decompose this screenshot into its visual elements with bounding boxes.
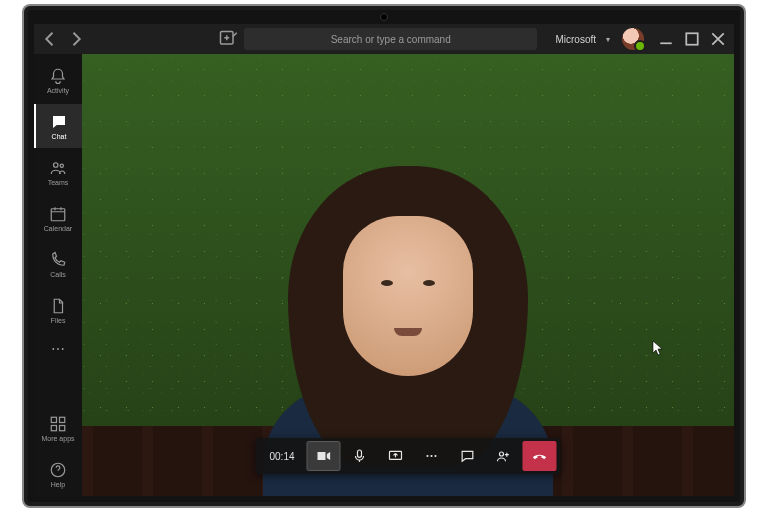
svg-rect-7 xyxy=(51,425,56,430)
nav-forward-button[interactable] xyxy=(66,29,86,49)
rail-files[interactable]: Files xyxy=(34,288,82,332)
show-chat-button[interactable] xyxy=(451,441,485,471)
rail-label: More apps xyxy=(41,435,74,442)
hang-up-button[interactable] xyxy=(523,441,557,471)
app-body: Activity Chat Teams Calendar Calls xyxy=(34,54,734,496)
nav-back-button[interactable] xyxy=(40,29,60,49)
share-screen-button[interactable] xyxy=(379,441,413,471)
chevron-down-icon: ▾ xyxy=(606,35,610,44)
maximize-button[interactable] xyxy=(682,29,702,49)
close-button[interactable] xyxy=(708,29,728,49)
rail-label: Chat xyxy=(52,133,67,140)
svg-point-15 xyxy=(500,452,504,456)
rail-activity[interactable]: Activity xyxy=(34,58,82,102)
more-actions-button[interactable] xyxy=(415,441,449,471)
rail-teams[interactable]: Teams xyxy=(34,150,82,194)
tablet-device: Search or type a command Microsoft ▾ Act… xyxy=(24,6,744,506)
svg-point-14 xyxy=(434,455,436,457)
search-placeholder: Search or type a command xyxy=(331,34,451,45)
call-timer: 00:14 xyxy=(259,451,304,462)
app-rail: Activity Chat Teams Calendar Calls xyxy=(34,54,82,496)
rail-apps[interactable]: More apps xyxy=(34,406,82,450)
org-name[interactable]: Microsoft xyxy=(555,34,596,45)
search-input[interactable]: Search or type a command xyxy=(244,28,537,50)
toggle-camera-button[interactable] xyxy=(307,441,341,471)
device-camera xyxy=(380,13,388,21)
rail-label: Calendar xyxy=(44,225,72,232)
svg-point-13 xyxy=(430,455,432,457)
rail-calls[interactable]: Calls xyxy=(34,242,82,286)
svg-rect-10 xyxy=(358,450,362,457)
svg-rect-8 xyxy=(60,425,65,430)
title-bar: Search or type a command Microsoft ▾ xyxy=(34,24,734,54)
svg-rect-4 xyxy=(51,208,65,220)
video-stage: 00:14 xyxy=(82,54,734,496)
rail-chat[interactable]: Chat xyxy=(34,104,82,148)
call-control-bar: 00:14 xyxy=(255,438,560,474)
rail-label: Teams xyxy=(48,179,69,186)
svg-rect-1 xyxy=(686,33,697,44)
rail-label: Help xyxy=(51,481,65,488)
app-screen: Search or type a command Microsoft ▾ Act… xyxy=(34,24,734,496)
rail-help[interactable]: Help xyxy=(34,452,82,496)
mouse-cursor-icon xyxy=(652,340,664,356)
rail-label: Calls xyxy=(50,271,66,278)
rail-label: Activity xyxy=(47,87,69,94)
svg-point-12 xyxy=(426,455,428,457)
svg-point-3 xyxy=(60,164,63,167)
profile-avatar[interactable] xyxy=(622,28,644,50)
new-chat-button[interactable] xyxy=(218,29,238,49)
rail-more[interactable]: ⋯ xyxy=(34,334,82,364)
rail-calendar[interactable]: Calendar xyxy=(34,196,82,240)
show-participants-button[interactable] xyxy=(487,441,521,471)
minimize-button[interactable] xyxy=(656,29,676,49)
rail-label: Files xyxy=(51,317,66,324)
svg-rect-6 xyxy=(60,417,65,422)
svg-rect-5 xyxy=(51,417,56,422)
toggle-mic-button[interactable] xyxy=(343,441,377,471)
svg-point-2 xyxy=(54,162,59,167)
ellipsis-icon: ⋯ xyxy=(51,342,65,356)
